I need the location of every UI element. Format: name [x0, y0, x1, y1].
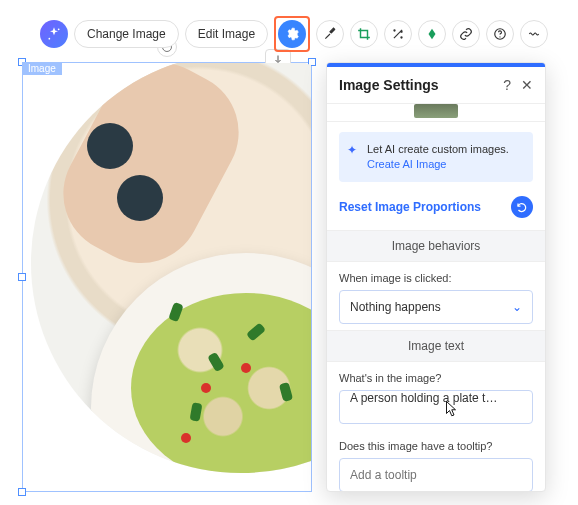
- svg-point-4: [401, 31, 402, 32]
- image-toolbar: Change Image Edit Image: [40, 16, 548, 52]
- click-behavior-label: When image is clicked:: [339, 272, 533, 284]
- alt-text-input[interactable]: A person holding a plate t…: [339, 390, 533, 424]
- filters-icon[interactable]: [316, 20, 344, 48]
- section-image-behaviors: Image behaviors: [327, 230, 545, 262]
- alt-text-label: What's in the image?: [339, 372, 533, 384]
- stretch-icon[interactable]: [520, 20, 548, 48]
- chevron-down-icon: ⌄: [512, 300, 522, 314]
- reset-proportions-button[interactable]: [511, 196, 533, 218]
- change-image-button[interactable]: Change Image: [74, 20, 179, 48]
- settings-button[interactable]: [278, 20, 306, 48]
- panel-title: Image Settings: [339, 77, 439, 93]
- tooltip-label: Does this image have a tooltip?: [339, 440, 533, 452]
- section-image-text: Image text: [327, 330, 545, 362]
- magic-icon[interactable]: [384, 20, 412, 48]
- image-thumbnail-strip: [327, 104, 545, 122]
- image-settings-panel: Image Settings ? ✕ ✦ Let AI create custo…: [326, 62, 546, 492]
- canvas-image[interactable]: [23, 63, 311, 491]
- svg-point-1: [48, 38, 50, 40]
- panel-header: Image Settings ? ✕: [327, 67, 545, 104]
- svg-point-0: [58, 28, 60, 30]
- sparkle-icon: ✦: [347, 142, 357, 158]
- animation-icon[interactable]: [418, 20, 446, 48]
- svg-point-6: [500, 36, 501, 37]
- ai-banner-text: Let AI create custom images.: [367, 143, 509, 155]
- ai-create-banner: ✦ Let AI create custom images. Create AI…: [339, 132, 533, 182]
- reset-proportions-link[interactable]: Reset Image Proportions: [339, 200, 481, 214]
- image-selection-frame[interactable]: Image: [22, 62, 312, 492]
- link-icon[interactable]: [452, 20, 480, 48]
- help-icon[interactable]: [486, 20, 514, 48]
- panel-close-icon[interactable]: ✕: [521, 77, 533, 93]
- panel-help-icon[interactable]: ?: [503, 77, 511, 93]
- svg-point-2: [394, 30, 395, 31]
- settings-button-highlighted: [274, 16, 310, 52]
- ai-sparkle-button[interactable]: [40, 20, 68, 48]
- edit-image-button[interactable]: Edit Image: [185, 20, 268, 48]
- svg-point-3: [401, 37, 402, 38]
- click-behavior-select[interactable]: Nothing happens ⌄: [339, 290, 533, 324]
- crop-icon[interactable]: [350, 20, 378, 48]
- create-ai-image-link[interactable]: Create AI Image: [367, 158, 447, 170]
- tooltip-input[interactable]: [339, 458, 533, 491]
- click-behavior-value: Nothing happens: [350, 300, 441, 314]
